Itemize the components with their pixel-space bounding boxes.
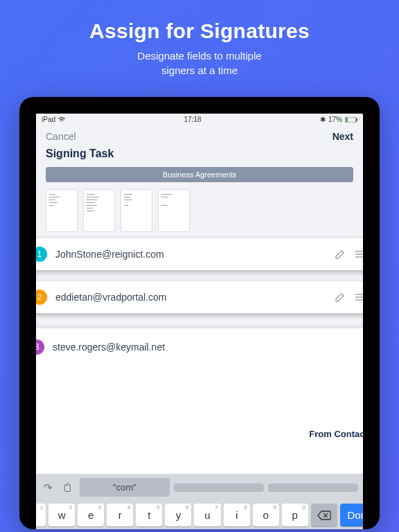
battery-label: 17%	[328, 116, 342, 123]
hero-title: Assign for Signatures	[14, 19, 385, 43]
nav-bar: Cancel Next	[36, 125, 363, 145]
edit-icon[interactable]	[334, 249, 346, 259]
key-q[interactable]: 1q	[36, 504, 46, 526]
key-w[interactable]: 2w	[48, 504, 75, 526]
doc-thumb[interactable]: ▬▬▬▬▬▬▬▬▬▬▬▬▬	[121, 189, 152, 232]
wifi-icon	[58, 117, 65, 123]
doc-thumb[interactable]: ▬▬▬▬▬▬▬▬▬▬▬	[158, 189, 190, 232]
hero-subtitle: Designate fields to multiplesigners at a…	[14, 48, 385, 78]
signer-row[interactable]: 2 eddietan@vradportal.com	[36, 281, 363, 313]
page-title: Signing Task	[36, 145, 363, 167]
kb-suggestion[interactable]	[174, 484, 264, 492]
keyboard: ↶ ↷ 📋︎ "com" ⌄ 1q2w3e4r5t6y7u8i9o0pDone	[36, 474, 363, 529]
device-label: iPad	[42, 116, 55, 123]
bluetooth-icon: ✱	[320, 116, 326, 123]
kb-collapse-icon[interactable]: ⌄	[362, 481, 363, 494]
tablet-frame: iPad 17:18 ✱ 17% Cancel Next Signing Tas…	[19, 97, 380, 529]
kb-suggestion[interactable]	[268, 484, 358, 492]
signer-card-2: 2 eddietan@vradportal.com	[36, 281, 363, 319]
key-i[interactable]: 8i	[224, 504, 250, 526]
next-button[interactable]: Next	[332, 131, 353, 142]
key-t[interactable]: 5t	[136, 504, 162, 526]
svg-rect-1	[346, 118, 348, 122]
signer-badge: 3	[36, 339, 44, 355]
redo-icon[interactable]: ↷	[41, 481, 55, 494]
undo-icon[interactable]: ↶	[36, 481, 37, 494]
tablet-screen: iPad 17:18 ✱ 17% Cancel Next Signing Tas…	[36, 114, 363, 529]
signer-email: JohnStone@reignict.com	[55, 249, 326, 260]
signer-card-1: 1 JohnStone@reignict.com	[36, 238, 363, 276]
key-o[interactable]: 9o	[253, 504, 279, 526]
signer-row[interactable]: 1 JohnStone@reignict.com	[36, 238, 363, 270]
signer-card-3: 3 steve.rogers@keymail.net From Contacts…	[36, 328, 363, 529]
key-r[interactable]: 4r	[107, 504, 133, 526]
clipboard-icon[interactable]: 📋︎	[60, 481, 76, 493]
drag-icon[interactable]	[355, 250, 363, 258]
backspace-key[interactable]	[311, 504, 337, 526]
svg-rect-2	[356, 118, 357, 121]
key-u[interactable]: 7u	[194, 504, 220, 526]
edit-icon[interactable]	[334, 292, 346, 302]
from-contacts-button[interactable]: From Contacts	[309, 429, 363, 439]
key-p[interactable]: 0p	[282, 504, 308, 526]
key-y[interactable]: 6y	[165, 504, 191, 526]
document-group-header[interactable]: Business Agreements	[46, 167, 353, 182]
signer-email: eddietan@vradportal.com	[55, 292, 326, 303]
hero-section: Assign for Signatures Designate fields t…	[0, 0, 399, 89]
status-time: 17:18	[184, 116, 201, 123]
doc-thumb[interactable]: ▬▬▬▬▬▬▬▬▬▬▬▬▬▬▬▬▬▬▬▬▬▬▬▬▬▬▬▬▬▬▬	[83, 189, 115, 232]
signer-badge: 2	[36, 290, 47, 305]
signer-badge: 1	[36, 247, 47, 262]
kb-suggestion[interactable]: "com"	[80, 478, 170, 497]
keyboard-row: 1q2w3e4r5t6y7u8i9o0pDone	[36, 501, 363, 529]
battery-icon	[345, 117, 357, 123]
doc-thumb[interactable]: ▬▬▬▬▬▬▬▬▬▬▬▬▬▬▬▬▬	[46, 189, 78, 232]
signer-email: steve.rogers@keymail.net	[53, 342, 363, 353]
signer-row[interactable]: 3 steve.rogers@keymail.net	[36, 328, 363, 366]
cancel-button[interactable]: Cancel	[46, 131, 76, 142]
keyboard-suggestion-bar: ↶ ↷ 📋︎ "com" ⌄	[36, 474, 363, 501]
key-e[interactable]: 3e	[78, 504, 104, 526]
document-thumbnails: ▬▬▬▬▬▬▬▬▬▬▬▬▬▬▬▬▬ ▬▬▬▬▬▬▬▬▬▬▬▬▬▬▬▬▬▬▬▬▬▬…	[36, 182, 363, 242]
status-bar: iPad 17:18 ✱ 17%	[36, 114, 363, 125]
done-key[interactable]: Done	[340, 504, 363, 526]
drag-icon[interactable]	[355, 293, 363, 301]
